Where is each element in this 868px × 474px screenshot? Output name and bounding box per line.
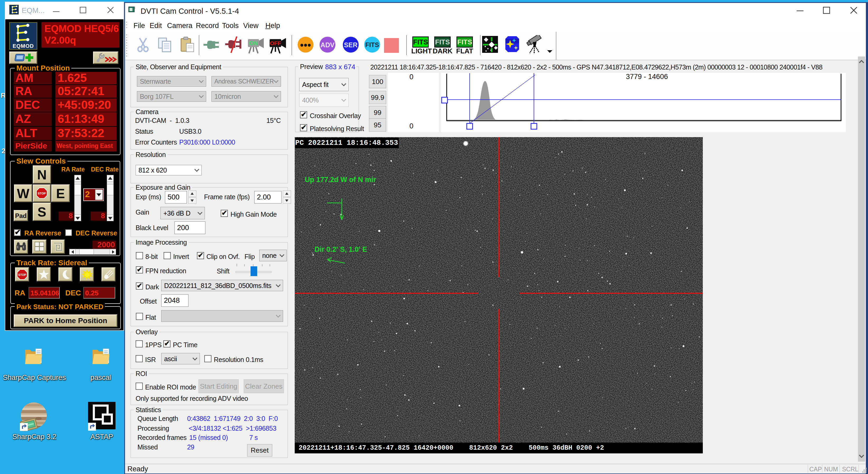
svg-text:ON: ON <box>249 40 258 46</box>
svg-text:STOP: STOP <box>18 273 26 276</box>
svg-text:EQMOD: EQMOD <box>13 43 34 49</box>
svg-text:SER: SER <box>344 41 358 49</box>
svg-text:STOP: STOP <box>37 192 46 195</box>
svg-text:OFF: OFF <box>270 40 281 46</box>
svg-text:FITS: FITS <box>365 41 379 49</box>
svg-text:ADV: ADV <box>320 41 335 49</box>
